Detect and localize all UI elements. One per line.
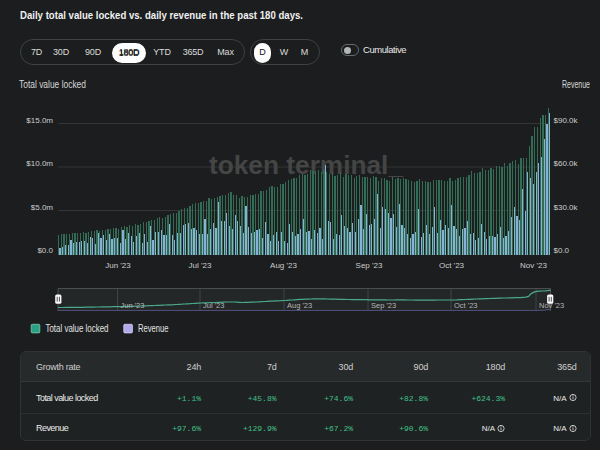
svg-text:Jul '23: Jul '23 — [203, 301, 224, 310]
svg-text:Total value locked: Total value locked — [19, 78, 86, 90]
svg-text:Aug '23: Aug '23 — [287, 301, 312, 310]
svg-text:Jun '23: Jun '23 — [105, 261, 131, 270]
svg-text:Revenue: Revenue — [138, 323, 169, 334]
svg-text:Aug '23: Aug '23 — [270, 261, 297, 270]
svg-text:$90.0k: $90.0k — [554, 116, 579, 125]
svg-text:$30.0k: $30.0k — [554, 203, 579, 212]
svg-text:Jun '23: Jun '23 — [121, 301, 145, 310]
svg-text:$0.0: $0.0 — [37, 246, 53, 255]
svg-text:Revenue: Revenue — [562, 78, 590, 90]
svg-text:$10.0m: $10.0m — [26, 159, 53, 168]
svg-text:Oct '23: Oct '23 — [439, 261, 465, 270]
svg-text:Oct '23: Oct '23 — [454, 301, 478, 310]
svg-text:Sep '23: Sep '23 — [356, 261, 383, 270]
svg-text:token terminal_: token terminal_ — [209, 151, 404, 179]
svg-text:$15.0m: $15.0m — [26, 116, 53, 125]
svg-text:Sep '23: Sep '23 — [371, 301, 396, 310]
svg-text:$5.0m: $5.0m — [31, 203, 54, 212]
svg-text:Jul '23: Jul '23 — [189, 261, 212, 270]
svg-text:Nov '23: Nov '23 — [520, 261, 547, 270]
svg-text:Daily total value locked vs. d: Daily total value locked vs. daily reven… — [20, 9, 303, 21]
svg-text:$60.0k: $60.0k — [554, 159, 579, 168]
svg-text:$0.0: $0.0 — [554, 246, 570, 255]
svg-text:Total value locked: Total value locked — [46, 323, 109, 334]
